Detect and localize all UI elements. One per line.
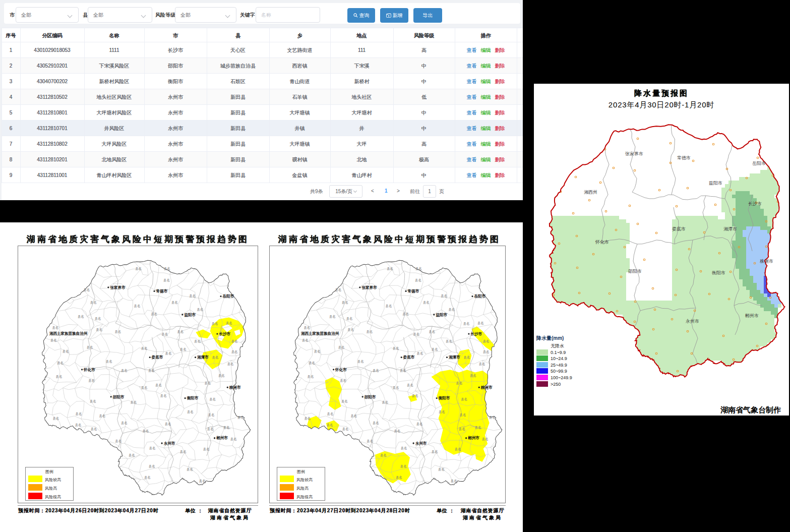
svg-text:县名: 县名 (326, 423, 333, 427)
svg-text:岳阳市: 岳阳市 (474, 294, 486, 299)
svg-text:县名: 县名 (237, 415, 244, 419)
svg-text:县名: 县名 (142, 429, 149, 433)
svg-text:县名: 县名 (304, 417, 311, 421)
svg-text:衡阳市: 衡阳市 (187, 396, 199, 400)
svg-text:县名: 县名 (482, 437, 489, 441)
svg-text:县名: 县名 (90, 300, 97, 304)
svg-text:县名: 县名 (187, 467, 193, 471)
svg-text:县名: 县名 (302, 338, 309, 342)
svg-text:株洲市: 株洲市 (480, 385, 493, 390)
svg-text:永州市: 永州市 (686, 319, 699, 324)
svg-text:县名: 县名 (218, 374, 225, 378)
svg-text:县名: 县名 (432, 347, 438, 351)
svg-text:县名: 县名 (338, 345, 344, 349)
svg-text:县名: 县名 (394, 429, 400, 433)
svg-text:娄底市: 娄底市 (403, 355, 415, 360)
svg-text:县名: 县名 (96, 328, 102, 332)
svg-text:县名: 县名 (396, 476, 402, 480)
svg-text:县名: 县名 (209, 397, 216, 401)
svg-text:县名: 县名 (400, 446, 407, 450)
svg-text:县名: 县名 (367, 439, 373, 443)
svg-text:县名: 县名 (474, 426, 481, 430)
svg-text:县名: 县名 (114, 330, 121, 334)
svg-text:县名: 县名 (130, 400, 137, 404)
svg-text:湘西州: 湘西州 (584, 190, 597, 195)
svg-text:衡阳市: 衡阳市 (712, 270, 725, 275)
svg-text:县名: 县名 (423, 300, 430, 304)
svg-text:长沙市: 长沙市 (748, 201, 762, 206)
svg-text:县名: 县名 (429, 330, 435, 334)
svg-text:县名: 县名 (106, 360, 112, 364)
svg-text:县名: 县名 (400, 368, 406, 372)
svg-text:县名: 县名 (52, 417, 59, 421)
svg-text:县名: 县名 (392, 386, 399, 390)
svg-text:娄底市: 娄底市 (151, 355, 163, 360)
svg-text:怀化市: 怀化市 (595, 240, 609, 245)
svg-text:县名: 县名 (400, 464, 407, 468)
svg-text:郴州市: 郴州市 (745, 313, 759, 318)
svg-text:县名: 县名 (90, 399, 96, 403)
svg-text:县名: 县名 (385, 304, 392, 308)
svg-text:县名: 县名 (121, 421, 128, 425)
svg-text:县名: 县名 (307, 374, 314, 378)
svg-text:县名: 县名 (115, 439, 121, 443)
svg-text:县名: 县名 (463, 322, 469, 326)
svg-text:县名: 县名 (357, 360, 364, 364)
svg-text:县名: 县名 (455, 447, 461, 451)
svg-text:县名: 县名 (180, 347, 187, 351)
svg-text:县名: 县名 (50, 338, 57, 342)
svg-text:常德市: 常德市 (677, 155, 691, 160)
svg-text:县名: 县名 (55, 374, 62, 378)
svg-text:县名: 县名 (413, 332, 419, 336)
svg-text:县名: 县名 (227, 362, 233, 366)
svg-text:县名: 县名 (432, 449, 438, 453)
svg-text:县名: 县名 (148, 368, 155, 372)
svg-text:县名: 县名 (144, 476, 151, 480)
svg-text:县名: 县名 (477, 321, 484, 325)
svg-text:县名: 县名 (342, 427, 348, 431)
svg-text:县名: 县名 (164, 267, 170, 271)
svg-text:县名: 县名 (416, 422, 422, 426)
svg-text:县名: 县名 (129, 453, 135, 457)
svg-text:县名: 县名 (90, 427, 97, 431)
svg-text:岳阳市: 岳阳市 (752, 161, 766, 166)
svg-text:县名: 县名 (441, 294, 447, 298)
svg-text:县名: 县名 (380, 453, 387, 457)
svg-text:县名: 县名 (189, 294, 196, 298)
svg-text:县名: 县名 (208, 413, 214, 417)
svg-text:县名: 县名 (204, 381, 211, 385)
svg-text:县名: 县名 (83, 288, 90, 292)
svg-text:株洲市: 株洲市 (229, 385, 241, 390)
svg-text:县名: 县名 (231, 339, 237, 343)
svg-text:县名: 县名 (416, 351, 423, 356)
svg-text:县名: 县名 (482, 339, 489, 343)
svg-text:湘潭市: 湘潭市 (197, 355, 209, 360)
svg-text:县名: 县名 (366, 330, 373, 334)
svg-text:益阳市: 益阳市 (184, 313, 196, 317)
svg-text:县名: 县名 (231, 350, 237, 354)
svg-text:县名: 县名 (197, 307, 203, 311)
svg-text:县名: 县名 (203, 447, 210, 451)
svg-text:县名: 县名 (340, 379, 346, 383)
svg-text:县名: 县名 (463, 356, 470, 360)
svg-text:县名: 县名 (448, 307, 455, 311)
svg-text:永州市: 永州市 (163, 441, 175, 446)
svg-text:张家界市: 张家界市 (110, 285, 125, 290)
svg-text:县名: 县名 (211, 322, 218, 326)
svg-text:县名: 县名 (199, 479, 206, 483)
svg-text:县名: 县名 (373, 369, 379, 373)
svg-text:长沙市: 长沙市 (470, 332, 482, 336)
svg-text:县名: 县名 (461, 397, 467, 401)
svg-text:湘西土家族苗族自治州: 湘西土家族苗族自治州 (49, 331, 88, 336)
svg-text:娄底市: 娄底市 (672, 226, 686, 231)
svg-text:郴州市: 郴州市 (216, 436, 228, 440)
svg-text:邵阳市: 邵阳市 (112, 394, 125, 399)
svg-text:县名: 县名 (387, 267, 393, 271)
svg-text:县名: 县名 (194, 339, 201, 343)
svg-text:县名: 县名 (78, 315, 84, 319)
svg-text:岳阳市: 岳阳市 (222, 294, 234, 299)
svg-text:县名: 县名 (160, 394, 167, 398)
svg-text:株洲市: 株洲市 (760, 259, 773, 264)
svg-text:县名: 县名 (489, 415, 496, 419)
svg-text:县名: 县名 (446, 339, 452, 343)
